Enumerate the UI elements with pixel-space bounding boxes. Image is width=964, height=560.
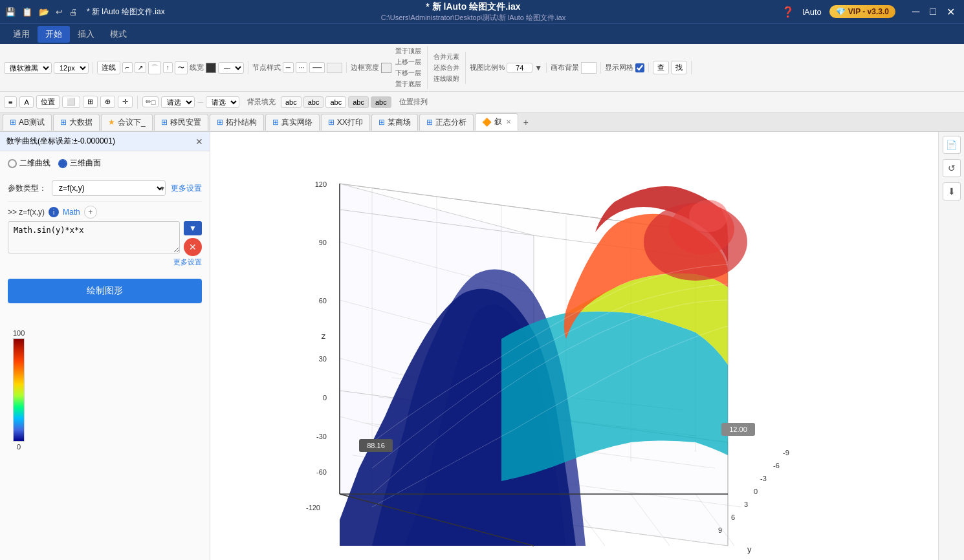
tab-current[interactable]: 🔶 叙 ✕ — [475, 113, 518, 131]
tab-ab-test[interactable]: ⊞ AB测试 — [3, 114, 52, 131]
tab-meeting[interactable]: ★ 会议下_ — [101, 114, 153, 131]
align-left-btn[interactable]: ≡ — [4, 96, 17, 108]
line-style-4[interactable]: ↑ — [163, 62, 173, 73]
line-style-2[interactable]: ↗ — [135, 62, 146, 73]
mode-3d-option[interactable]: 三维曲面 — [58, 158, 101, 169]
maximize-button[interactable]: □ — [926, 6, 940, 18]
legend-min-label: 0 — [17, 443, 21, 451]
move-btn[interactable]: ✛ — [118, 96, 133, 108]
font-select[interactable]: 微软雅黑 — [4, 62, 52, 74]
adsorb-btn[interactable]: 连线吸附 — [432, 74, 461, 84]
tab-mall[interactable]: ⊞ 某商场 — [371, 114, 418, 131]
search1-btn[interactable]: 查 — [653, 61, 669, 74]
formula-delete-btn[interactable]: ✕ — [184, 238, 202, 256]
canvas-area[interactable]: 120 90 60 30 0 -30 -60 -120 z -1 0 1 x -… — [210, 132, 938, 560]
formula-expand-btn[interactable]: ▼ — [184, 221, 202, 235]
select2[interactable]: 请选 — [206, 96, 239, 108]
minimize-button[interactable]: ─ — [908, 6, 923, 18]
restore-btn[interactable]: 还原合并 — [432, 63, 461, 73]
doc-btn[interactable]: 📄 — [943, 136, 961, 154]
text-btn[interactable]: A — [19, 96, 33, 108]
help-icon[interactable]: ❓ — [782, 6, 794, 18]
chevron-down-icon[interactable]: ▼ — [534, 63, 542, 72]
title-bar-right: ❓ lAuto 💎 VIP - v3.3.0 ─ □ ✕ — [782, 5, 959, 18]
select1[interactable]: 请选 — [161, 96, 195, 108]
show-grid-checkbox[interactable] — [635, 63, 644, 72]
close-button[interactable]: ✕ — [943, 6, 959, 18]
tab-label-mg: 移民安置 — [170, 117, 201, 128]
formula-textarea[interactable]: Math.sin(y)*x*x — [8, 221, 180, 253]
menu-insert[interactable]: 插入 — [70, 26, 102, 43]
shape2-btn[interactable]: ⊞ — [83, 96, 98, 108]
info-icon-btn[interactable]: i — [49, 207, 59, 217]
down-one-btn[interactable]: 下移一层 — [393, 68, 423, 78]
svg-text:88.16: 88.16 — [367, 442, 385, 449]
tab-topology[interactable]: ⊞ 拓扑结构 — [210, 114, 264, 131]
shape1-btn[interactable]: ⬜ — [62, 96, 80, 108]
canvas-bg-btn[interactable] — [581, 62, 597, 74]
grid-section: 显示网格 — [605, 63, 649, 72]
tab-normal[interactable]: ⊞ 正态分析 — [419, 114, 474, 131]
math-link[interactable]: Math — [63, 208, 80, 217]
node-2[interactable]: ··· — [296, 62, 307, 73]
window-icons-left: 💾 📋 📂 ↩ 🖨 * 新 lAuto 绘图文件.iax — [5, 6, 165, 17]
tab-realnet[interactable]: ⊞ 真实网络 — [265, 114, 320, 131]
tab-close-btn[interactable]: ✕ — [506, 118, 511, 125]
node-style-label: 节点样式 — [252, 63, 281, 72]
file-icon[interactable]: 📋 — [22, 7, 32, 17]
save-icon[interactable]: 💾 — [5, 7, 16, 17]
undo-icon[interactable]: ↩ — [56, 7, 63, 17]
print-icon[interactable]: 🖨 — [69, 7, 78, 17]
line-style-1[interactable]: ⌐ — [122, 62, 133, 73]
text-abc1[interactable]: abc — [281, 96, 301, 108]
folder-icon[interactable]: 📂 — [39, 7, 49, 17]
app-name: lAuto — [802, 7, 822, 17]
tab-migrate[interactable]: ⊞ 移民安置 — [154, 114, 208, 131]
add-formula-btn[interactable]: + — [84, 206, 97, 219]
arrow-btn[interactable] — [327, 63, 342, 73]
refresh-btn[interactable]: ↺ — [943, 159, 961, 177]
border-color[interactable] — [381, 63, 391, 73]
panel-close-btn[interactable]: ✕ — [195, 136, 203, 147]
formula-more-link[interactable]: 更多设置 — [8, 256, 202, 268]
bottom-btn[interactable]: 置于底层 — [393, 79, 423, 89]
window-title: * 新 lAuto 绘图文件.iax — [165, 1, 782, 13]
top-layer-btn[interactable]: 置于顶层 — [393, 46, 423, 56]
menu-mode[interactable]: 模式 — [102, 26, 135, 43]
tab-add-btn[interactable]: + — [520, 116, 532, 129]
text-abc5[interactable]: abc — [371, 96, 391, 108]
line-color-box[interactable] — [206, 63, 216, 73]
more-settings-link[interactable]: 更多设置 — [171, 183, 202, 194]
mode-2d-label: 二维曲线 — [19, 158, 50, 169]
menu-start[interactable]: 开始 — [38, 26, 70, 43]
vip-badge[interactable]: 💎 VIP - v3.3.0 — [829, 5, 895, 18]
download-btn[interactable]: ⬇ — [943, 182, 961, 200]
tab-icon-mt: ★ — [108, 118, 115, 127]
line-width-select[interactable]: ── — [218, 62, 244, 74]
tab-bigdata[interactable]: ⊞ 大数据 — [53, 114, 100, 131]
line-style-5[interactable]: 〜 — [175, 61, 188, 74]
distribute-btn[interactable]: ⊕ — [100, 96, 115, 108]
view-value-input[interactable]: 74 — [507, 63, 532, 73]
text-abc3[interactable]: abc — [325, 96, 346, 108]
text-abc4[interactable]: abc — [348, 96, 369, 108]
mode-2d-option[interactable]: 二维曲线 — [8, 158, 50, 169]
merge-btn[interactable]: 合并元素 — [432, 52, 461, 62]
up-one-btn[interactable]: 上移一层 — [393, 57, 423, 67]
line-type-btn[interactable]: 连线 — [97, 61, 120, 74]
param-select[interactable]: z=f(x,y) — [52, 180, 166, 196]
svg-text:3: 3 — [744, 501, 748, 508]
menu-general[interactable]: 通用 — [5, 26, 38, 43]
tab-print[interactable]: ⊞ XX打印 — [321, 114, 370, 131]
mode-radio-group: 二维曲线 三维曲面 — [0, 151, 210, 175]
text-abc2[interactable]: abc — [303, 96, 324, 108]
size-select[interactable]: 12px — [54, 62, 89, 74]
position-btn[interactable]: 位置 — [36, 95, 60, 109]
draw-button[interactable]: 绘制图形 — [8, 279, 202, 303]
node-3[interactable]: ── — [309, 62, 325, 73]
node-1[interactable]: ─ — [283, 62, 294, 73]
svg-text:0: 0 — [323, 394, 327, 402]
search2-btn[interactable]: 找 — [671, 61, 687, 74]
svg-text:-120: -120 — [306, 504, 320, 512]
line-style-3[interactable]: ⌒ — [148, 61, 161, 74]
